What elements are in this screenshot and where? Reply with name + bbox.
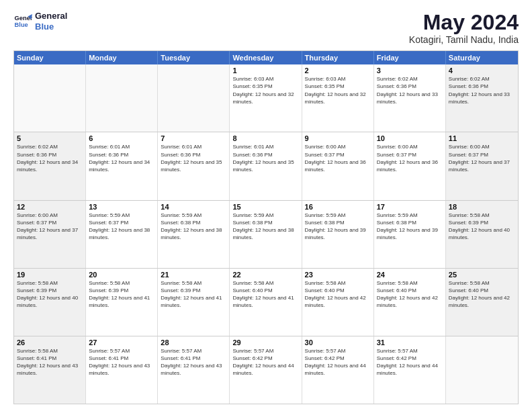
day-cell-8: 8Sunrise: 6:01 AM Sunset: 6:36 PM Daylig…	[230, 132, 302, 199]
day-cell-25: 25Sunrise: 5:58 AM Sunset: 6:40 PM Dayli…	[446, 269, 518, 336]
title-block: May 2024 Kotagiri, Tamil Nadu, India	[409, 11, 519, 45]
day-number: 8	[232, 134, 298, 142]
day-cell-14: 14Sunrise: 5:59 AM Sunset: 6:38 PM Dayli…	[158, 201, 230, 268]
day-number: 14	[161, 203, 226, 211]
day-number: 7	[161, 134, 226, 142]
week-row-5: 26Sunrise: 5:58 AM Sunset: 6:41 PM Dayli…	[14, 336, 518, 404]
day-info: Sunrise: 5:58 AM Sunset: 6:40 PM Dayligh…	[232, 279, 298, 310]
location: Kotagiri, Tamil Nadu, India	[409, 34, 519, 45]
day-info: Sunrise: 5:59 AM Sunset: 6:38 PM Dayligh…	[232, 212, 298, 242]
day-header-monday: Monday	[86, 51, 158, 64]
day-info: Sunrise: 5:57 AM Sunset: 6:41 PM Dayligh…	[161, 347, 226, 377]
day-header-tuesday: Tuesday	[158, 51, 230, 64]
day-header-saturday: Saturday	[446, 51, 518, 64]
day-number: 21	[161, 271, 226, 279]
day-cell-20: 20Sunrise: 5:58 AM Sunset: 6:39 PM Dayli…	[86, 269, 158, 336]
day-number: 20	[89, 271, 154, 279]
day-number: 17	[377, 203, 443, 211]
day-info: Sunrise: 6:02 AM Sunset: 6:36 PM Dayligh…	[449, 75, 515, 105]
logo-general: General	[35, 11, 67, 21]
day-cell-15: 15Sunrise: 5:59 AM Sunset: 6:38 PM Dayli…	[230, 201, 302, 268]
day-cell-10: 10Sunrise: 6:00 AM Sunset: 6:37 PM Dayli…	[374, 132, 446, 199]
day-header-wednesday: Wednesday	[230, 51, 302, 64]
day-info: Sunrise: 5:59 AM Sunset: 6:38 PM Dayligh…	[305, 212, 371, 242]
day-cell-21: 21Sunrise: 5:58 AM Sunset: 6:39 PM Dayli…	[158, 269, 230, 336]
day-number: 6	[89, 134, 154, 142]
empty-cell	[86, 64, 158, 132]
day-info: Sunrise: 5:57 AM Sunset: 6:42 PM Dayligh…	[232, 347, 298, 377]
day-header-thursday: Thursday	[302, 51, 374, 64]
day-info: Sunrise: 5:58 AM Sunset: 6:41 PM Dayligh…	[17, 347, 83, 377]
day-info: Sunrise: 6:00 AM Sunset: 6:37 PM Dayligh…	[377, 143, 443, 173]
header: General Blue General Blue May 2024 Kotag…	[13, 11, 519, 45]
day-cell-26: 26Sunrise: 5:58 AM Sunset: 6:41 PM Dayli…	[14, 336, 86, 404]
logo: General Blue General Blue	[13, 11, 67, 32]
day-number: 30	[305, 338, 371, 347]
day-info: Sunrise: 5:58 AM Sunset: 6:39 PM Dayligh…	[89, 279, 154, 310]
day-info: Sunrise: 6:01 AM Sunset: 6:36 PM Dayligh…	[232, 143, 298, 173]
day-info: Sunrise: 5:58 AM Sunset: 6:40 PM Dayligh…	[377, 279, 443, 310]
day-info: Sunrise: 5:57 AM Sunset: 6:42 PM Dayligh…	[305, 347, 371, 377]
day-info: Sunrise: 5:58 AM Sunset: 6:40 PM Dayligh…	[305, 279, 371, 310]
day-number: 28	[161, 338, 226, 347]
day-cell-29: 29Sunrise: 5:57 AM Sunset: 6:42 PM Dayli…	[230, 336, 302, 404]
day-number: 24	[377, 271, 443, 279]
day-header-sunday: Sunday	[14, 51, 86, 64]
day-number: 23	[305, 271, 371, 279]
day-cell-19: 19Sunrise: 5:58 AM Sunset: 6:39 PM Dayli…	[14, 269, 86, 336]
logo-icon: General Blue	[13, 12, 32, 31]
day-number: 5	[17, 134, 83, 142]
day-number: 19	[17, 271, 83, 279]
day-number: 27	[89, 338, 154, 347]
day-info: Sunrise: 6:03 AM Sunset: 6:35 PM Dayligh…	[305, 75, 371, 105]
day-number: 26	[17, 338, 83, 347]
day-cell-9: 9Sunrise: 6:00 AM Sunset: 6:37 PM Daylig…	[302, 132, 374, 199]
day-cell-30: 30Sunrise: 5:57 AM Sunset: 6:42 PM Dayli…	[302, 336, 374, 404]
day-cell-18: 18Sunrise: 5:58 AM Sunset: 6:39 PM Dayli…	[446, 201, 518, 268]
day-header-friday: Friday	[374, 51, 446, 64]
calendar-body: 1Sunrise: 6:03 AM Sunset: 6:35 PM Daylig…	[14, 64, 518, 404]
day-info: Sunrise: 5:59 AM Sunset: 6:38 PM Dayligh…	[377, 212, 443, 242]
day-cell-4: 4Sunrise: 6:02 AM Sunset: 6:36 PM Daylig…	[446, 64, 518, 132]
calendar-header: SundayMondayTuesdayWednesdayThursdayFrid…	[14, 51, 518, 64]
day-info: Sunrise: 5:58 AM Sunset: 6:39 PM Dayligh…	[161, 279, 226, 310]
day-info: Sunrise: 5:58 AM Sunset: 6:39 PM Dayligh…	[17, 279, 83, 310]
day-info: Sunrise: 5:58 AM Sunset: 6:40 PM Dayligh…	[449, 279, 515, 310]
day-number: 22	[232, 271, 298, 279]
day-cell-28: 28Sunrise: 5:57 AM Sunset: 6:41 PM Dayli…	[158, 336, 230, 404]
day-cell-31: 31Sunrise: 5:57 AM Sunset: 6:42 PM Dayli…	[374, 336, 446, 404]
day-number: 13	[89, 203, 154, 211]
day-cell-6: 6Sunrise: 6:01 AM Sunset: 6:36 PM Daylig…	[86, 132, 158, 199]
day-number: 9	[305, 134, 371, 142]
day-number: 3	[377, 66, 443, 75]
day-info: Sunrise: 6:00 AM Sunset: 6:37 PM Dayligh…	[17, 212, 83, 242]
day-number: 12	[17, 203, 83, 211]
week-row-3: 12Sunrise: 6:00 AM Sunset: 6:37 PM Dayli…	[14, 201, 518, 269]
day-number: 11	[449, 134, 515, 142]
week-row-2: 5Sunrise: 6:02 AM Sunset: 6:36 PM Daylig…	[14, 132, 518, 200]
day-number: 18	[449, 203, 515, 211]
day-info: Sunrise: 5:59 AM Sunset: 6:37 PM Dayligh…	[89, 212, 154, 242]
day-cell-27: 27Sunrise: 5:57 AM Sunset: 6:41 PM Dayli…	[86, 336, 158, 404]
day-cell-23: 23Sunrise: 5:58 AM Sunset: 6:40 PM Dayli…	[302, 269, 374, 336]
day-info: Sunrise: 5:57 AM Sunset: 6:42 PM Dayligh…	[377, 347, 443, 377]
day-number: 15	[232, 203, 298, 211]
calendar: SundayMondayTuesdayWednesdayThursdayFrid…	[13, 50, 519, 404]
day-number: 10	[377, 134, 443, 142]
day-cell-3: 3Sunrise: 6:02 AM Sunset: 6:36 PM Daylig…	[374, 64, 446, 132]
day-cell-11: 11Sunrise: 6:00 AM Sunset: 6:37 PM Dayli…	[446, 132, 518, 199]
day-cell-5: 5Sunrise: 6:02 AM Sunset: 6:36 PM Daylig…	[14, 132, 86, 199]
day-info: Sunrise: 6:02 AM Sunset: 6:36 PM Dayligh…	[17, 143, 83, 173]
day-info: Sunrise: 6:03 AM Sunset: 6:35 PM Dayligh…	[232, 75, 298, 105]
day-cell-24: 24Sunrise: 5:58 AM Sunset: 6:40 PM Dayli…	[374, 269, 446, 336]
day-number: 1	[232, 66, 298, 75]
day-info: Sunrise: 6:01 AM Sunset: 6:36 PM Dayligh…	[89, 143, 154, 173]
day-cell-17: 17Sunrise: 5:59 AM Sunset: 6:38 PM Dayli…	[374, 201, 446, 268]
svg-text:Blue: Blue	[15, 21, 28, 28]
day-info: Sunrise: 6:00 AM Sunset: 6:37 PM Dayligh…	[305, 143, 371, 173]
empty-cell	[14, 64, 86, 132]
day-info: Sunrise: 6:02 AM Sunset: 6:36 PM Dayligh…	[377, 75, 443, 105]
day-info: Sunrise: 6:01 AM Sunset: 6:36 PM Dayligh…	[161, 143, 226, 173]
month-title: May 2024	[409, 11, 519, 34]
page: General Blue General Blue May 2024 Kotag…	[0, 0, 532, 411]
